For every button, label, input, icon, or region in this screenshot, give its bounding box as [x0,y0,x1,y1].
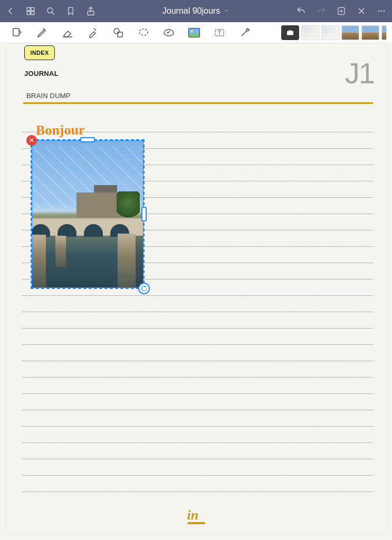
share-icon[interactable] [85,6,96,16]
lasso-tool-icon[interactable] [131,22,156,43]
svg-point-14 [384,11,385,12]
topbar-right-group [296,6,387,16]
undo-icon[interactable] [296,6,307,16]
svg-rect-0 [27,7,30,11]
svg-point-4 [47,8,53,13]
index-tab[interactable]: INDEX [24,45,55,60]
recent-images-strip [281,25,388,40]
stamp-tool-icon[interactable] [156,22,181,43]
resize-handle-top[interactable] [80,137,95,142]
eraser-tool-icon[interactable] [55,22,80,43]
camera-button[interactable] [281,25,299,40]
index-tab-label: INDEX [30,50,49,56]
divider-rule [23,102,373,104]
inserted-image-selection[interactable]: ✕ [32,140,144,288]
sub-heading: BRAIN DUMP [26,92,71,100]
text-tool-icon[interactable]: T [207,22,232,43]
svg-point-13 [381,11,383,12]
editor-toolbar: T [0,22,392,43]
search-icon[interactable] [45,6,56,16]
pen-tool-icon[interactable] [30,22,55,43]
svg-line-5 [52,13,54,15]
svg-point-12 [378,11,380,12]
more-icon[interactable] [376,6,387,16]
rotate-handle[interactable] [138,283,150,294]
shape-tool-icon[interactable] [106,22,131,43]
app-topbar: Journal 90jours [0,0,392,22]
laser-tool-icon[interactable] [232,22,257,43]
readonly-tool-icon[interactable] [4,22,30,43]
recent-image-thumb[interactable] [301,25,319,40]
svg-rect-15 [13,28,19,36]
bookmark-icon[interactable] [65,6,76,16]
highlighter-tool-icon[interactable] [80,22,106,43]
svg-point-20 [164,30,174,36]
footer-logo: in [187,507,205,524]
journal-page: INDEX JOURNAL J1 BRAIN DUMP Bonjour ✕ [6,43,386,534]
thumbnails-icon[interactable] [25,6,36,16]
add-page-icon[interactable] [336,6,347,16]
close-icon[interactable] [356,6,367,16]
handwritten-text[interactable]: Bonjour [36,122,85,139]
delete-selection-button[interactable]: ✕ [26,135,37,146]
recent-image-thumb[interactable] [341,25,359,40]
back-icon[interactable] [5,6,16,16]
section-heading: JOURNAL [24,70,59,78]
image-tool-icon[interactable] [181,22,207,43]
svg-text:T: T [218,30,221,36]
recent-image-thumb[interactable] [361,25,379,40]
svg-point-17 [114,28,119,34]
redo-icon[interactable] [316,6,327,16]
svg-rect-1 [31,7,34,11]
topbar-left-group [5,6,96,16]
document-title: Journal 90jours [162,6,220,16]
svg-point-19 [139,29,148,35]
recent-image-thumb[interactable] [321,25,339,40]
svg-rect-3 [31,12,34,15]
recent-image-thumb[interactable] [381,25,387,40]
document-title-button[interactable]: Journal 90jours [96,6,296,16]
page-number: J1 [345,56,374,90]
svg-rect-2 [27,12,30,15]
close-icon: ✕ [29,137,34,144]
chevron-down-icon [223,6,230,16]
resize-handle-right[interactable] [141,207,147,221]
inserted-image[interactable] [32,140,144,288]
